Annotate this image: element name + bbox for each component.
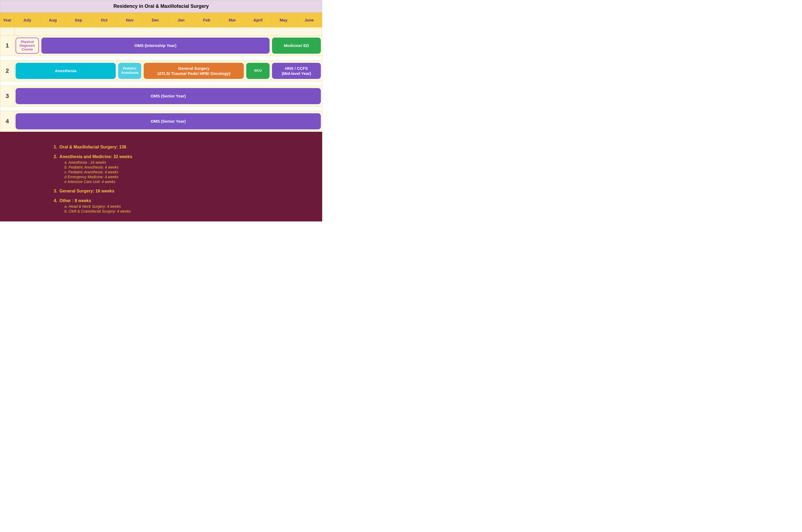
- summary-sub-item: e Intensive Care Unit: 4 weeks: [64, 179, 306, 184]
- block-teal-light-row2: Pediatric Anesthesia: [118, 63, 141, 79]
- block-purple-row3: OMS (Senior Year): [16, 88, 321, 104]
- table-row: 2AnesthesiaPediatric AnesthesiaGeneral S…: [0, 61, 322, 81]
- cell-row2-3: SICU: [245, 61, 271, 81]
- header-nov: Nov: [117, 13, 142, 27]
- year-label-2: 2: [0, 61, 15, 81]
- table-row: 1Physical Diagnosis CourseOMS (Internshi…: [0, 35, 322, 56]
- header-spacer: [0, 27, 322, 35]
- block-sicu-row2: SICU: [246, 63, 269, 79]
- summary-sub-item: b. Pediatric Anesthesia: 4 weeks: [64, 165, 306, 169]
- block-purple-row2: HNS / CCFS (Mid-level Year): [272, 63, 321, 79]
- cell-row1-1: OMS (Internship Year): [40, 35, 271, 56]
- summary-item-main: 4.Other : 8 weeks: [54, 198, 306, 203]
- header-april: April: [245, 13, 271, 27]
- row-spacer: [0, 56, 322, 61]
- header-dec: Dec: [143, 13, 168, 27]
- table-row: 4OMS (Senior Year): [0, 111, 322, 132]
- header-row: Year July Aug Sep Oct Nov Dec Jan Feb Ma…: [0, 13, 322, 27]
- summary-sub-item: b. Cleft & Craniofacial Surgery: 4 weeks: [64, 209, 306, 213]
- block-purple-row1: OMS (Internship Year): [41, 38, 269, 54]
- summary-sub-item: d Emergency Medicine: 4 weeks: [64, 175, 306, 179]
- page-title: Residency in Oral & Maxillofacial Surger…: [0, 0, 322, 13]
- header-jan: Jan: [168, 13, 193, 27]
- block-orange-row2: General Surgery (ATLS/ Trauma/ Peds/ HPB…: [144, 63, 244, 79]
- header-june: June: [296, 13, 322, 27]
- year-label-4: 4: [0, 111, 15, 132]
- calendar-table: Year July Aug Sep Oct Nov Dec Jan Feb Ma…: [0, 13, 322, 132]
- header-feb: Feb: [194, 13, 219, 27]
- row-spacer: [0, 107, 322, 111]
- cell-row1-2: Medicine/ ED: [271, 35, 322, 56]
- cell-row2-2: General Surgery (ATLS/ Trauma/ Peds/ HPB…: [143, 61, 245, 81]
- header-mar: Mar: [219, 13, 245, 27]
- row-spacer: [0, 81, 322, 86]
- summary-sub-item: a. Anesthesia : 16 weeks: [64, 160, 306, 165]
- cell-row1-0: Physical Diagnosis Course: [15, 35, 40, 56]
- header-oct: Oct: [91, 13, 117, 27]
- header-year: Year: [0, 13, 15, 27]
- block-green-row1: Medicine/ ED: [272, 38, 321, 54]
- summary-sub-item: c. Pediatric Anesthesia: 4 weeks: [64, 170, 306, 174]
- block-physical-row1: Physical Diagnosis Course: [16, 38, 39, 54]
- block-cyan-row2: Anesthesia: [16, 63, 116, 79]
- year-label-1: 1: [0, 35, 15, 56]
- summary-item-main: 2.Anesthesia and Medicine: 32 weeks: [54, 154, 306, 159]
- header-aug: Aug: [40, 13, 66, 27]
- header-july: July: [15, 13, 40, 27]
- table-row: 3OMS (Senior Year): [0, 86, 322, 107]
- year-label-3: 3: [0, 86, 15, 107]
- cell-row4-0: OMS (Senior Year): [15, 111, 322, 132]
- cell-row3-0: OMS (Senior Year): [15, 86, 322, 107]
- cell-row2-1: Pediatric Anesthesia: [117, 61, 142, 81]
- summary-item-main: 1.Oral & Maxillofacial Surgery: 136: [54, 145, 306, 150]
- summary-section: 1.Oral & Maxillofacial Surgery: 1362.Ane…: [0, 132, 322, 222]
- summary-sub-item: a. Head & Neck Surgery: 4 weeks: [64, 204, 306, 209]
- header-sep: Sep: [66, 13, 91, 27]
- block-purple-row4: OMS (Senior Year): [16, 113, 321, 129]
- summary-item-main: 3.General Surgery: 16 weeks: [54, 189, 306, 193]
- header-may: May: [271, 13, 296, 27]
- cell-row2-4: HNS / CCFS (Mid-level Year): [271, 61, 322, 81]
- cell-row2-0: Anesthesia: [15, 61, 117, 81]
